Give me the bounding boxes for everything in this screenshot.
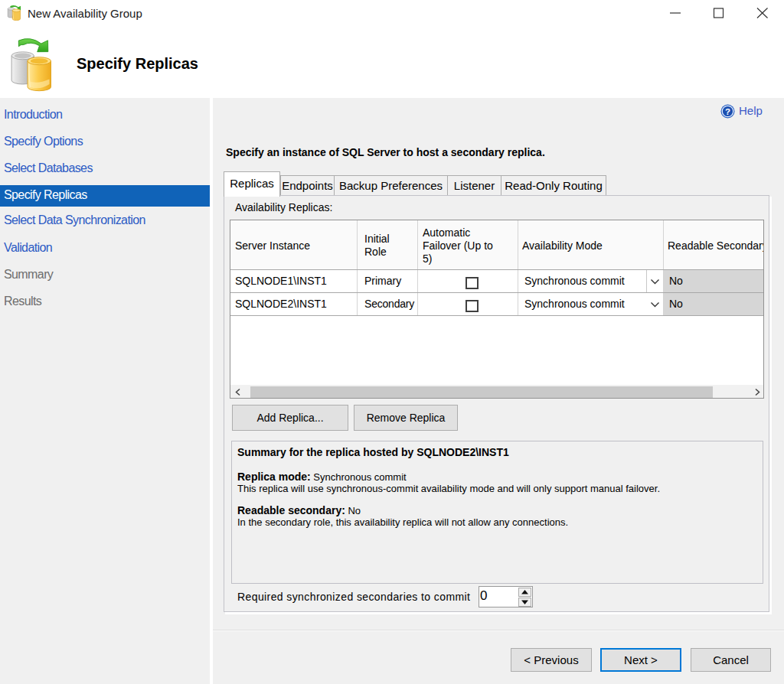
svg-text:?: ?: [725, 107, 730, 116]
